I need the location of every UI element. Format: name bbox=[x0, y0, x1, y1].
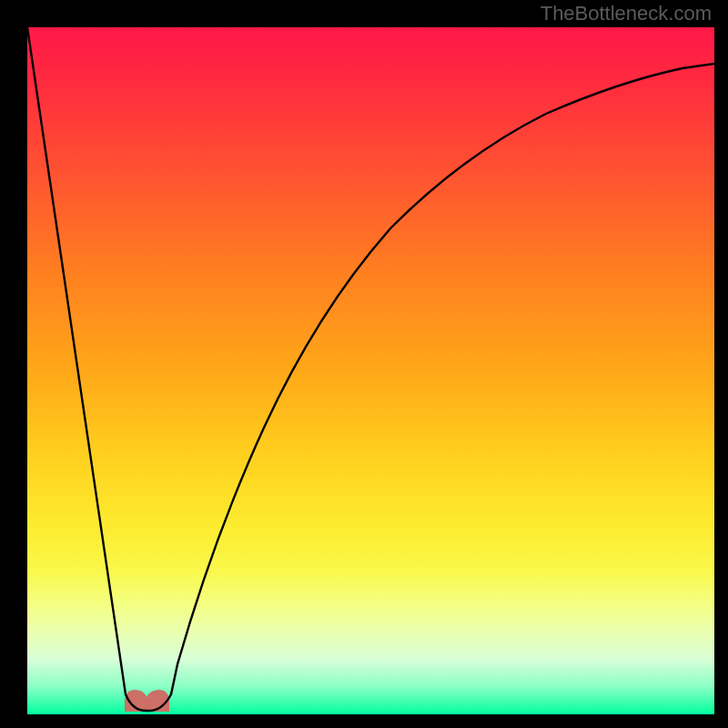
chart-canvas bbox=[27, 27, 714, 714]
zone-of-interest bbox=[125, 690, 169, 712]
chart-svg bbox=[27, 27, 714, 714]
attribution-link[interactable]: TheBottleneck.com bbox=[541, 2, 712, 25]
bottleneck-curve bbox=[27, 27, 714, 711]
